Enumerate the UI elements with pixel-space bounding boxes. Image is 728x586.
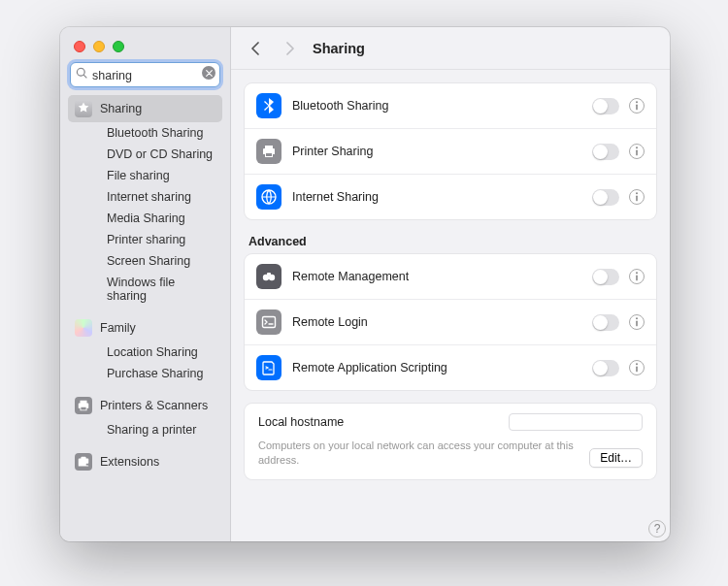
row-label: Bluetooth Sharing bbox=[292, 99, 592, 113]
row-remote-management: Remote Management bbox=[245, 254, 656, 300]
info-icon bbox=[635, 272, 639, 281]
remote-application-scripting-info[interactable] bbox=[629, 360, 645, 375]
window-controls bbox=[60, 27, 230, 62]
bluetooth-sharing-toggle[interactable] bbox=[592, 98, 619, 114]
remote-login-toggle[interactable] bbox=[592, 314, 619, 331]
sidebar-item-dvd-cd-sharing[interactable]: DVD or CD Sharing bbox=[101, 144, 222, 165]
svg-rect-9 bbox=[267, 273, 271, 276]
svg-rect-14 bbox=[636, 320, 638, 326]
svg-point-13 bbox=[636, 317, 638, 319]
help-button[interactable]: ? bbox=[648, 520, 666, 537]
svg-rect-11 bbox=[636, 275, 638, 280]
svg-point-10 bbox=[636, 272, 638, 274]
sidebar-item-sharing[interactable]: Sharing bbox=[68, 95, 222, 122]
printer-sharing-toggle[interactable] bbox=[592, 144, 619, 160]
svg-rect-12 bbox=[263, 317, 276, 328]
search-icon bbox=[76, 67, 88, 80]
close-window-button[interactable] bbox=[74, 41, 85, 52]
family-icon bbox=[75, 319, 92, 337]
row-label: Remote Application Scripting bbox=[292, 361, 592, 374]
extensions-icon bbox=[75, 453, 92, 471]
search-field[interactable] bbox=[70, 62, 220, 87]
internet-sharing-info[interactable] bbox=[629, 189, 645, 205]
remote-management-info[interactable] bbox=[629, 269, 645, 284]
info-icon bbox=[635, 363, 639, 373]
info-icon bbox=[635, 101, 639, 111]
terminal-icon bbox=[256, 309, 281, 335]
remote-login-info[interactable] bbox=[629, 314, 645, 330]
close-icon bbox=[206, 70, 213, 77]
row-label: Remote Login bbox=[292, 315, 592, 329]
svg-point-5 bbox=[636, 192, 638, 194]
sidebar-item-printers-scanners[interactable]: Printers & Scanners bbox=[68, 392, 222, 419]
sidebar-item-family[interactable]: Family bbox=[68, 314, 222, 342]
back-button[interactable] bbox=[247, 39, 266, 58]
advanced-sharing-card: Remote Management Remote Login bbox=[245, 254, 656, 390]
binoculars-icon bbox=[256, 264, 281, 289]
edit-hostname-button[interactable]: Edit… bbox=[589, 448, 643, 468]
sidebar-item-file-sharing[interactable]: File sharing bbox=[101, 165, 222, 186]
page-title: Sharing bbox=[313, 41, 365, 56]
local-hostname-card: Local hostname Computers on your local n… bbox=[245, 404, 656, 479]
minimize-window-button[interactable] bbox=[93, 41, 105, 52]
basic-sharing-card: Bluetooth Sharing Printer Sharing bbox=[245, 83, 656, 219]
remote-management-toggle[interactable] bbox=[592, 269, 619, 285]
main-panel: Sharing Bluetooth Sharing Printer Sharin… bbox=[231, 27, 670, 541]
row-bluetooth-sharing: Bluetooth Sharing bbox=[245, 83, 656, 129]
advanced-section-label: Advanced bbox=[248, 235, 652, 248]
row-internet-sharing: Internet Sharing bbox=[245, 175, 656, 219]
internet-sharing-toggle[interactable] bbox=[592, 189, 619, 206]
bluetooth-sharing-info[interactable] bbox=[629, 98, 645, 114]
zoom-window-button[interactable] bbox=[113, 41, 124, 52]
sidebar-item-purchase-sharing[interactable]: Purchase Sharing bbox=[101, 363, 222, 384]
svg-point-2 bbox=[636, 146, 638, 148]
row-remote-application-scripting: Remote Application Scripting bbox=[245, 345, 656, 390]
svg-rect-1 bbox=[636, 104, 638, 110]
sidebar-item-media-sharing[interactable]: Media Sharing bbox=[101, 208, 222, 229]
printer-sharing-info[interactable] bbox=[629, 144, 645, 159]
clear-search-button[interactable] bbox=[202, 66, 215, 80]
sidebar-item-internet-sharing[interactable]: Internet sharing bbox=[101, 186, 222, 208]
row-remote-login: Remote Login bbox=[245, 300, 656, 345]
remote-application-scripting-toggle[interactable] bbox=[592, 360, 619, 376]
sidebar-item-screen-sharing[interactable]: Screen Sharing bbox=[101, 250, 222, 272]
sidebar-item-label: Printers & Scanners bbox=[100, 399, 208, 412]
chevron-right-icon bbox=[284, 42, 294, 55]
local-hostname-input[interactable] bbox=[509, 413, 643, 431]
info-icon bbox=[635, 192, 639, 202]
info-icon bbox=[635, 317, 639, 327]
printer-icon bbox=[75, 397, 92, 414]
globe-icon bbox=[256, 184, 281, 210]
row-label: Remote Management bbox=[292, 270, 592, 283]
system-settings-window: Sharing Bluetooth Sharing DVD or CD Shar… bbox=[60, 27, 670, 541]
sidebar-item-windows-file-sharing[interactable]: Windows file sharing bbox=[101, 272, 222, 307]
sidebar-item-bluetooth-sharing[interactable]: Bluetooth Sharing bbox=[101, 122, 222, 144]
sidebar: Sharing Bluetooth Sharing DVD or CD Shar… bbox=[60, 27, 231, 541]
script-icon bbox=[256, 355, 281, 380]
row-printer-sharing: Printer Sharing bbox=[245, 129, 656, 175]
sidebar-item-sharing-a-printer[interactable]: Sharing a printer bbox=[101, 419, 222, 440]
svg-rect-3 bbox=[636, 149, 638, 155]
row-label: Internet Sharing bbox=[292, 190, 592, 204]
svg-point-0 bbox=[636, 101, 638, 103]
sidebar-item-printer-sharing[interactable]: Printer sharing bbox=[101, 229, 222, 250]
sidebar-item-label: Family bbox=[100, 321, 136, 335]
search-input[interactable] bbox=[92, 69, 198, 82]
info-icon bbox=[635, 146, 639, 156]
sidebar-item-location-sharing[interactable]: Location Sharing bbox=[101, 342, 222, 363]
printer-icon bbox=[256, 139, 281, 164]
local-hostname-description: Computers on your local network can acce… bbox=[258, 439, 579, 468]
svg-point-15 bbox=[636, 363, 638, 365]
sidebar-item-label: Extensions bbox=[100, 455, 159, 469]
sidebar-item-label: Sharing bbox=[100, 102, 142, 115]
row-label: Printer Sharing bbox=[292, 145, 592, 158]
svg-rect-16 bbox=[636, 366, 638, 372]
sidebar-item-extensions[interactable]: Extensions bbox=[68, 448, 222, 475]
bluetooth-icon bbox=[256, 93, 281, 118]
forward-button[interactable] bbox=[280, 39, 299, 58]
topbar: Sharing bbox=[231, 27, 670, 70]
svg-rect-6 bbox=[636, 195, 638, 201]
sharing-icon bbox=[75, 100, 92, 117]
chevron-left-icon bbox=[251, 42, 261, 55]
